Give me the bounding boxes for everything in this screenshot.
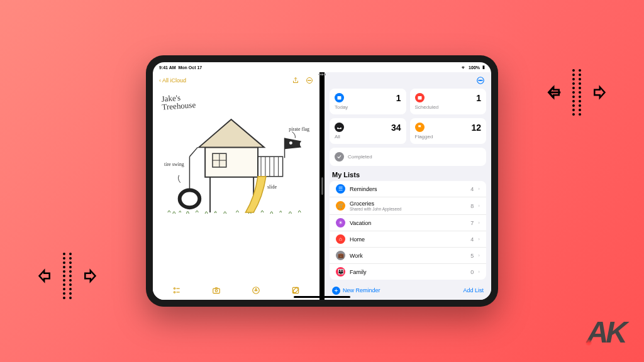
status-date: Mon Oct 17 bbox=[178, 65, 202, 70]
svg-rect-10 bbox=[258, 156, 283, 177]
brand-logo: AK bbox=[587, 315, 625, 349]
scheduled-label: Scheduled bbox=[415, 104, 482, 110]
list-row[interactable]: ☀ Vacation 7 › bbox=[330, 215, 486, 231]
label-slide: slide bbox=[267, 184, 277, 190]
chevron-left-icon: ‹ bbox=[159, 77, 161, 84]
svg-point-32 bbox=[482, 80, 482, 80]
all-count: 34 bbox=[391, 123, 401, 133]
list-color-icon: ☀ bbox=[336, 218, 345, 228]
share-icon[interactable] bbox=[292, 77, 299, 84]
list-count: 4 bbox=[470, 186, 474, 192]
camera-icon[interactable] bbox=[212, 286, 221, 295]
list-row[interactable]: 🛒 Groceries Shared with John Appleseed 8… bbox=[330, 197, 486, 215]
svg-point-18 bbox=[180, 190, 200, 208]
flagged-count: 12 bbox=[471, 123, 481, 133]
label-tire-swing: tire swing bbox=[164, 162, 184, 167]
compose-icon[interactable] bbox=[291, 286, 300, 295]
svg-point-20 bbox=[289, 141, 292, 145]
svg-rect-33 bbox=[338, 96, 341, 100]
wifi-icon: ᯤ bbox=[462, 65, 466, 70]
ipad-frame: 9:41 AM Mon Oct 17 ᯤ 100% ▮ ‹ All iCloud bbox=[146, 55, 498, 307]
multitask-pill[interactable] bbox=[319, 74, 326, 75]
flagged-label: Flagged bbox=[415, 134, 482, 140]
plus-icon: + bbox=[332, 287, 340, 295]
svg-point-1 bbox=[308, 80, 309, 81]
all-label: All bbox=[335, 134, 401, 140]
sketch-title-line2: Treehouse bbox=[162, 100, 196, 112]
split-arrows-decoration bbox=[38, 253, 97, 299]
back-label: All iCloud bbox=[162, 77, 186, 84]
status-bar: 9:41 AM Mon Oct 17 ᯤ 100% ▮ bbox=[153, 62, 491, 72]
list-name: Reminders bbox=[350, 186, 466, 192]
svg-rect-25 bbox=[213, 288, 220, 293]
status-time: 9:41 AM bbox=[159, 65, 176, 70]
split-view-divider[interactable] bbox=[319, 72, 325, 300]
svg-point-21 bbox=[174, 288, 175, 289]
list-row[interactable]: ☰ Reminders 4 › bbox=[330, 181, 486, 197]
smart-list-flagged[interactable]: 12 Flagged bbox=[410, 118, 487, 144]
more-menu-icon[interactable] bbox=[476, 76, 485, 85]
new-reminder-button[interactable]: + New Reminder bbox=[332, 287, 380, 295]
add-list-button[interactable]: Add List bbox=[463, 287, 484, 293]
list-row[interactable]: 👪 Family 0 › bbox=[330, 264, 486, 280]
list-color-icon: ☰ bbox=[336, 184, 345, 194]
list-count: 5 bbox=[470, 253, 474, 259]
list-count: 7 bbox=[470, 220, 474, 226]
label-pirate-flag: pirate flag bbox=[289, 126, 309, 132]
list-color-icon: ⌂ bbox=[336, 234, 345, 244]
list-count: 0 bbox=[470, 269, 474, 275]
treehouse-sketch: tire swing pirate flag slide bbox=[162, 112, 311, 219]
flag-icon bbox=[415, 123, 425, 132]
smart-list-completed[interactable]: Completed bbox=[330, 148, 486, 166]
svg-point-26 bbox=[215, 290, 218, 292]
svg-point-31 bbox=[480, 80, 480, 80]
my-lists-heading: My Lists bbox=[325, 166, 491, 181]
list-color-icon: 👪 bbox=[336, 267, 345, 277]
chevron-right-icon: › bbox=[478, 236, 480, 242]
smart-list-today[interactable]: 1 Today bbox=[330, 89, 406, 114]
list-color-icon: 🛒 bbox=[336, 201, 345, 211]
checklist-icon[interactable] bbox=[172, 286, 181, 295]
battery-label: 100% bbox=[469, 65, 480, 70]
drag-handle-icon bbox=[321, 177, 323, 195]
svg-point-2 bbox=[309, 80, 310, 81]
new-reminder-label: New Reminder bbox=[343, 287, 380, 293]
more-icon[interactable] bbox=[306, 77, 313, 84]
list-name: Home bbox=[350, 236, 466, 243]
chevron-right-icon: › bbox=[478, 269, 480, 275]
list-name: Work bbox=[350, 253, 466, 259]
list-count: 4 bbox=[470, 236, 474, 243]
list-subtitle: Shared with John Appleseed bbox=[350, 207, 466, 211]
calendar-today-icon bbox=[335, 93, 344, 102]
list-color-icon: 💼 bbox=[336, 251, 345, 260]
chevron-right-icon: › bbox=[478, 253, 480, 258]
smart-list-scheduled[interactable]: 1 Scheduled bbox=[410, 89, 487, 114]
svg-point-3 bbox=[311, 80, 311, 81]
list-name: Groceries bbox=[350, 200, 466, 207]
calendar-icon bbox=[415, 93, 425, 102]
today-label: Today bbox=[335, 104, 401, 110]
split-arrows-decoration bbox=[547, 69, 606, 116]
svg-point-30 bbox=[479, 80, 479, 80]
chevron-right-icon: › bbox=[478, 203, 480, 209]
checkmark-icon bbox=[335, 152, 344, 162]
list-name: Family bbox=[350, 269, 466, 275]
scheduled-count: 1 bbox=[476, 93, 481, 103]
today-count: 1 bbox=[396, 93, 401, 103]
chevron-right-icon: › bbox=[478, 220, 480, 226]
inbox-icon bbox=[335, 123, 344, 132]
smart-list-all[interactable]: 34 All bbox=[330, 118, 406, 144]
list-row[interactable]: 💼 Work 5 › bbox=[330, 248, 486, 264]
chevron-right-icon: › bbox=[478, 186, 480, 192]
home-indicator[interactable] bbox=[294, 296, 350, 298]
list-row[interactable]: ⌂ Home 4 › bbox=[330, 231, 486, 248]
svg-line-17 bbox=[189, 147, 197, 156]
notes-app-pane: ‹ All iCloud Jake's Treehouse bbox=[153, 72, 319, 300]
markup-icon[interactable] bbox=[252, 286, 260, 295]
svg-rect-34 bbox=[418, 96, 421, 100]
list-name: Vacation bbox=[350, 220, 466, 226]
notes-canvas[interactable]: Jake's Treehouse bbox=[153, 89, 319, 281]
back-button[interactable]: ‹ All iCloud bbox=[159, 77, 186, 84]
svg-point-23 bbox=[174, 292, 175, 293]
reminders-app-pane: 1 Today 1 Scheduled 34 bbox=[325, 72, 491, 300]
